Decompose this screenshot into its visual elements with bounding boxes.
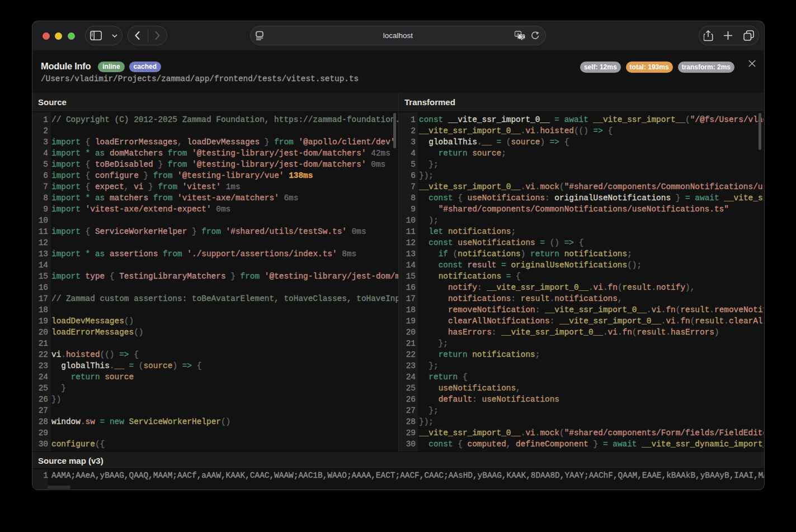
svg-text:文: 文 [520, 34, 525, 39]
